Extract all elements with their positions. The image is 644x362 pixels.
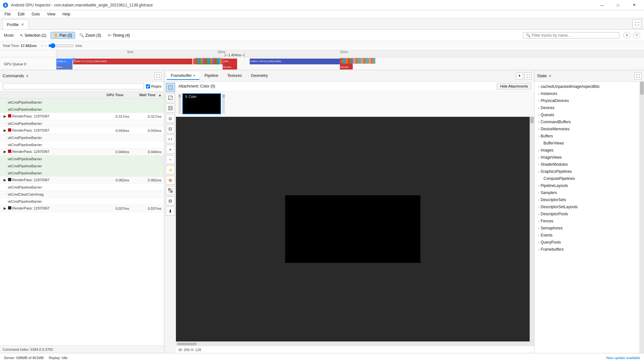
help-button[interactable]: ? [633, 32, 640, 39]
state-item-devices[interactable]: › Devices [534, 104, 639, 111]
timeline-slider[interactable] [48, 43, 74, 48]
mode-timing-button[interactable]: ⊢ Timing (4) [105, 32, 133, 39]
table-row[interactable]: vkCmdPipelineBarrier [0, 162, 164, 170]
commands-expand-button[interactable]: ⛶ [154, 72, 161, 79]
menu-view[interactable]: View [44, 11, 59, 17]
tool-zoom-in[interactable]: + [166, 145, 175, 154]
state-item-semaphores[interactable]: › Semaphores [534, 225, 639, 232]
regex-checkbox-label[interactable]: Regex [146, 84, 161, 88]
tab-framebuffer[interactable]: Framebuffer × [167, 72, 199, 80]
table-row[interactable]: vkCmdPipelineBarrier [0, 184, 164, 191]
fb-vertical-scrollbar[interactable] [530, 117, 534, 341]
tool-crop[interactable]: ⊡ [166, 124, 175, 133]
tab-pipeline[interactable]: Pipeline [201, 72, 222, 80]
state-item-buffers[interactable]: › Buffers [534, 133, 639, 140]
profile-expand-button[interactable]: ⛶ [632, 19, 641, 28]
tool-camera[interactable]: ⊙ [166, 114, 175, 123]
table-row[interactable]: vkCmdPipelineBarrier [0, 170, 164, 177]
state-item-graphicspipelines[interactable]: › GraphicsPipelines [534, 168, 639, 175]
hide-attachments-button[interactable]: Hide Attachments [497, 83, 532, 89]
state-item-bufferviews[interactable]: BufferViews [534, 140, 639, 147]
commands-search-input[interactable] [3, 83, 144, 89]
table-row[interactable]: vkCmdClearColorImag [0, 191, 164, 198]
state-item-descriptorsetlayouts[interactable]: › DescriptorSetLayouts [534, 203, 639, 210]
expand-icon[interactable]: ▶ [3, 150, 7, 154]
filter-input[interactable] [532, 33, 617, 38]
table-row[interactable]: vkCmdPipelineBarrier [0, 134, 164, 141]
profile-tab-close[interactable]: × [21, 22, 24, 27]
table-row[interactable]: vkCmdPipelineBarrier [0, 198, 164, 205]
expand-icon[interactable]: ▶ [3, 128, 7, 133]
tool-stencil[interactable] [166, 104, 175, 113]
table-row[interactable]: vkCmdPipelineBarrier [0, 106, 164, 113]
table-row[interactable]: ▶ RenderPass: 12970367 0.082ms 0.082ms [0, 177, 164, 184]
menu-edit[interactable]: Edit [14, 11, 28, 17]
tool-1-1[interactable]: 1:1 [166, 135, 175, 144]
table-row[interactable]: vkCmdPipelineBarrier [0, 99, 164, 106]
expand-icon[interactable]: ▶ [3, 206, 7, 210]
table-row[interactable]: ▶ RenderPass: 12970367 0.317ms 0.317ms [0, 113, 164, 120]
mode-pan-button[interactable]: ✋ Pan (2) [51, 32, 75, 39]
thumb-scroll-down[interactable] [222, 94, 225, 114]
framebuffer-tab-close[interactable]: × [193, 73, 196, 78]
expand-icon[interactable]: ▶ [3, 114, 7, 118]
state-item-physicaldevices[interactable]: › PhysicalDevices [534, 97, 639, 104]
regex-checkbox[interactable] [146, 84, 150, 88]
thumb-scroll-up[interactable] [178, 94, 181, 114]
menu-goto[interactable]: Goto [28, 11, 43, 17]
tool-checker[interactable] [166, 186, 175, 195]
commands-tab[interactable]: Commands [3, 73, 24, 78]
state-item-cachedUnpacked[interactable]: › cachedUnpackedImageAspectBits [534, 83, 639, 90]
menu-file[interactable]: File [1, 11, 14, 17]
tool-color-attachment[interactable] [166, 83, 175, 92]
state-item-commandbuffers[interactable]: › CommandBuffers [534, 118, 639, 125]
state-item-descriptorpools[interactable]: › DescriptorPools [534, 210, 639, 218]
state-item-devicememories[interactable]: › DeviceMemories [534, 125, 639, 133]
table-row[interactable]: ▶ RenderPass: 12970367 0.043ms 0.043ms [0, 127, 164, 134]
tab-geometry[interactable]: Geometry [247, 72, 272, 80]
tool-exposure[interactable]: ⚡ [166, 165, 175, 174]
table-row[interactable]: ▶ RenderPass: 12970367 0.040ms 0.040ms [0, 148, 164, 155]
state-expand-button[interactable]: ⛶ [634, 72, 641, 79]
state-scrollbar[interactable] [639, 82, 644, 353]
info-button[interactable]: ℹ [623, 32, 630, 39]
tool-zoom-out[interactable]: − [166, 155, 175, 164]
table-row[interactable]: vkCmdPipelineBarrier [0, 120, 164, 127]
framebuffer-image[interactable] [176, 117, 530, 341]
state-item-computepipelines[interactable]: ComputePipelines [534, 175, 639, 182]
tool-palette[interactable]: 🎨 [166, 176, 175, 185]
maximize-button[interactable]: □ [610, 0, 625, 10]
state-item-queues[interactable]: › Queues [534, 111, 639, 118]
minimize-button[interactable]: — [594, 0, 609, 10]
state-item-images[interactable]: › Images [534, 147, 639, 154]
gpu-track[interactable]: [5384 0... [5384 0 0 1110] (2280x1080) [… [56, 57, 644, 70]
menu-help[interactable]: Help [59, 11, 74, 17]
state-item-pipelinelayouts[interactable]: › PipelineLayouts [534, 182, 639, 189]
state-item-samplers[interactable]: › Samplers [534, 189, 639, 196]
state-close[interactable]: × [549, 73, 551, 79]
profile-tab[interactable]: Profile × [3, 19, 29, 29]
framebuffer-expand-button[interactable]: ⛶ [524, 72, 532, 79]
commands-table-body[interactable]: vkCmdPipelineBarrier vkCmdPipelineBarrie… [0, 99, 164, 345]
state-item-descriptorsets[interactable]: › DescriptorSets [534, 196, 639, 203]
expand-icon[interactable]: ▶ [3, 178, 7, 182]
state-item-fences[interactable]: › Fences [534, 218, 639, 225]
tab-textures[interactable]: Textures [223, 72, 245, 80]
table-row[interactable]: vkCmdPipelineBarrier [0, 141, 164, 148]
table-row[interactable]: ▶ RenderPass: 12970367 0.037ms 0.037ms [0, 205, 164, 212]
state-item-events[interactable]: › Events [534, 232, 639, 239]
fb-horizontal-scrollbar[interactable] [176, 341, 534, 346]
state-item-instances[interactable]: › Instances [534, 90, 639, 97]
tool-crop-rect[interactable]: ⊟ [166, 196, 175, 205]
framebuffer-dropdown-button[interactable]: ▾ [516, 72, 523, 79]
tool-depth[interactable] [166, 93, 175, 102]
state-item-querypools[interactable]: › QueryPools [534, 239, 639, 246]
state-item-shadermodules[interactable]: › ShaderModules [534, 161, 639, 168]
state-item-framebuffers[interactable]: › Framebuffers [534, 246, 639, 253]
tool-download[interactable]: ⬇ [166, 207, 175, 216]
close-button[interactable]: ✕ [627, 0, 641, 10]
state-item-imageviews[interactable]: › ImageViews [534, 154, 639, 161]
commands-close[interactable]: × [26, 73, 28, 79]
mode-zoom-button[interactable]: 🔍 Zoom (3) [76, 32, 104, 39]
table-row[interactable]: vkCmdPipelineBarrier [0, 155, 164, 162]
